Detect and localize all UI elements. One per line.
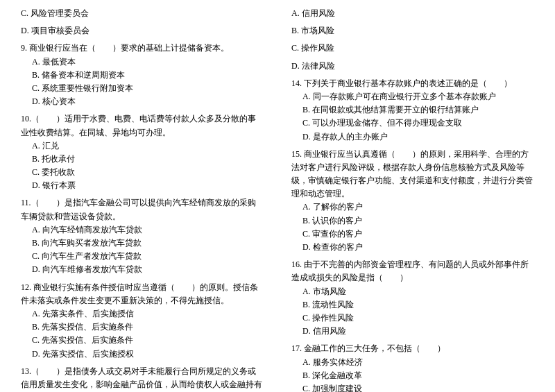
q16-option-d: D. 信用风险 <box>291 325 534 338</box>
q12-option-c: C. 先落实授信、后实施条件 <box>21 334 264 347</box>
q12-option-b: B. 先落实授信、后实施条件 <box>21 321 264 334</box>
q16-option-b: B. 流动性风险 <box>291 298 534 312</box>
q12-option-d: D. 先落实授信、后实施授权 <box>21 348 264 361</box>
two-column-layout: C. 风险管理委员会 D. 项目审核委员会 9. 商业银行应当在（ ）要求的基础… <box>21 7 534 392</box>
question-10: 10.（ ）适用于水费、电费、电话费等付款人众多及分散的事业性收费结算。在同城、… <box>21 112 264 192</box>
q11-option-d: D. 向汽车维修者发放汽车贷款 <box>21 263 264 276</box>
left-column: C. 风险管理委员会 D. 项目审核委员会 9. 商业银行应当在（ ）要求的基础… <box>21 7 271 392</box>
option-d-project: D. 项目审核委员会 <box>21 24 264 37</box>
question-13: 13.（ ）是指债务人或交易对手未能履行合同所规定的义务或信用质量发生变化，影响… <box>21 365 264 392</box>
q16-option-c: C. 操作性风险 <box>291 312 534 325</box>
q14-option-c: C. 可以办理现金储存、但不得办理现金支取 <box>291 117 534 130</box>
q15-option-a: A. 了解你的客户 <box>291 201 534 214</box>
q11-option-a: A. 向汽车经销商发放汽车贷款 <box>21 223 264 237</box>
question-17: 17. 金融工作的三大任务，不包括（ ） A. 服务实体经济 B. 深化金融改革… <box>291 342 534 392</box>
option-c-op: C. 操作风险 <box>291 42 534 55</box>
question-15: 15. 商业银行应当认真遵循（ ）的原则，采用科学、合理的方法对客户进行风险评级… <box>291 148 534 255</box>
q9-option-d: D. 核心资本 <box>21 95 264 108</box>
q10-option-a: A. 汇兑 <box>21 139 264 153</box>
q14-option-b: B. 在同银款或其他结算需要开立的银行结算账户 <box>291 103 534 117</box>
q14-option-d: D. 是存款人的主办账户 <box>291 130 534 144</box>
q10-option-c: C. 委托收款 <box>21 166 264 179</box>
q9-option-c: C. 系统重要性银行附加资本 <box>21 82 264 95</box>
question-14: 14. 下列关于商业银行基本存款账户的表述正确的是（ ） A. 同一存款账户可在… <box>291 77 534 144</box>
question-16: 16. 由于不完善的内部资金管理程序、有问题的人员或外部事件所造成或损失的风险是… <box>291 258 534 338</box>
q11-option-b: B. 向汽车购买者发放汽车贷款 <box>21 237 264 250</box>
option-d-legal: D. 法律风险 <box>291 60 534 73</box>
q16-option-a: A. 市场风险 <box>291 285 534 298</box>
q10-option-d: D. 银行本票 <box>21 179 264 192</box>
page-content: C. 风险管理委员会 D. 项目审核委员会 9. 商业银行应当在（ ）要求的基础… <box>21 7 534 392</box>
option-a-credit: A. 信用风险 <box>291 7 534 20</box>
option-c-risk: C. 风险管理委员会 <box>21 7 264 20</box>
q12-option-a: A. 先落实条件、后实施授信 <box>21 307 264 321</box>
q10-option-b: B. 托收承付 <box>21 153 264 166</box>
q9-option-b: B. 储备资本和逆周期资本 <box>21 69 264 82</box>
q9-option-a: A. 最低资本 <box>21 56 264 69</box>
q15-option-c: C. 审查你的客户 <box>291 228 534 241</box>
question-12: 12. 商业银行实施有条件授信时应当遵循（ ）的原则。授信条件未落实或条件发生变… <box>21 281 264 361</box>
q15-option-d: D. 检查你的客户 <box>291 241 534 254</box>
q17-option-b: B. 深化金融改革 <box>291 369 534 382</box>
question-11: 11.（ ）是指汽车金融公司可以提供向汽车经销商发放的采购车辆贷款和营运设备贷款… <box>21 196 264 276</box>
q14-option-a: A. 同一存款账户可在商业银行开立多个基本存款账户 <box>291 90 534 103</box>
q17-option-c: C. 加强制度建设 <box>291 382 534 392</box>
question-9: 9. 商业银行应当在（ ）要求的基础上计提储备资本。 A. 最低资本 B. 储备… <box>21 42 264 108</box>
q11-option-c: C. 向汽车生产者发放汽车贷款 <box>21 250 264 263</box>
option-b-market: B. 市场风险 <box>291 24 534 37</box>
q15-option-b: B. 认识你的客户 <box>291 214 534 228</box>
q17-option-a: A. 服务实体经济 <box>291 356 534 369</box>
right-column: A. 信用风险 B. 市场风险 C. 操作风险 D. 法律风险 14. 下列关于… <box>284 7 534 392</box>
